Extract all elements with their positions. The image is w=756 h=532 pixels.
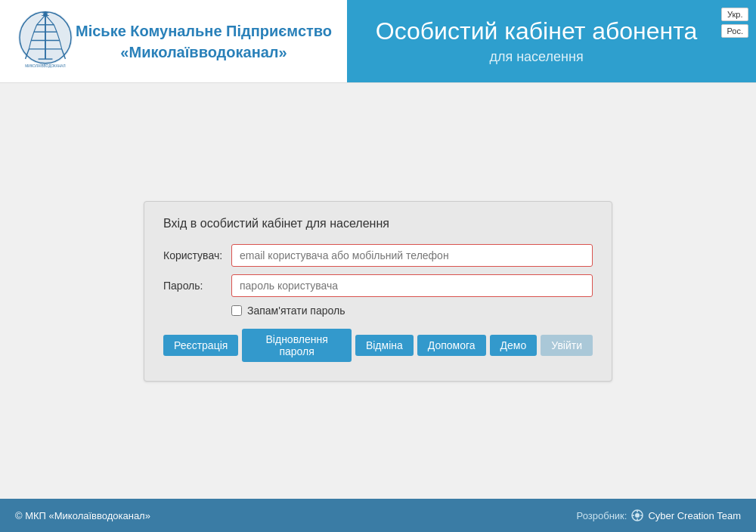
username-input[interactable]: [231, 244, 593, 267]
lang-uk-button[interactable]: Укр.: [721, 8, 748, 21]
developer-icon: [631, 509, 643, 521]
remember-row: Запам'ятати пароль: [231, 305, 593, 317]
svg-point-24: [635, 513, 640, 518]
password-label: Пароль:: [163, 280, 231, 292]
register-button[interactable]: Реєстрація: [163, 335, 238, 356]
svg-text:МИКОЛАЇВВОДОКАНАЛ: МИКОЛАЇВВОДОКАНАЛ: [25, 63, 65, 68]
header-left: МИКОЛАЇВВОДОКАНАЛ Міське Комунальне Підп…: [0, 0, 347, 82]
developer-name: Cyber Creation Team: [648, 510, 741, 521]
demo-button[interactable]: Демо: [490, 335, 538, 356]
password-row: Пароль:: [163, 274, 593, 297]
footer-copyright: © МКП «Миколаївводоканал»: [15, 510, 150, 521]
footer-developer: Розробник: Cyber Creation Team: [577, 509, 741, 521]
svg-point-19: [43, 13, 48, 17]
help-button[interactable]: Допомога: [417, 335, 486, 356]
language-switcher: Укр. Рос.: [721, 8, 748, 38]
company-logo: МИКОЛАЇВВОДОКАНАЛ: [15, 9, 76, 73]
button-row: Реєстрація Відновлення пароля Відміна До…: [163, 329, 593, 362]
cancel-button[interactable]: Відміна: [355, 335, 414, 356]
main-content: Вхід в особистий кабінет для населення К…: [0, 83, 756, 499]
lang-ru-button[interactable]: Рос.: [721, 24, 748, 38]
page-footer: © МКП «Миколаївводоканал» Розробник: Cyb…: [0, 499, 756, 532]
reset-password-button[interactable]: Відновлення пароля: [242, 329, 352, 362]
portal-title: Особистий кабінет абонента: [376, 17, 698, 45]
login-box-title: Вхід в особистий кабінет для населення: [163, 217, 593, 230]
portal-subtitle: для населення: [489, 49, 583, 65]
password-input[interactable]: [231, 274, 593, 297]
page-header: МИКОЛАЇВВОДОКАНАЛ Міське Комунальне Підп…: [0, 0, 756, 83]
remember-checkbox[interactable]: [231, 305, 242, 316]
header-right: Особистий кабінет абонента для населення…: [347, 0, 756, 82]
company-name: Міське Комунальне Підприємство «Миколаїв…: [76, 20, 332, 63]
login-button[interactable]: Увійти: [541, 335, 593, 356]
username-row: Користувач:: [163, 244, 593, 267]
developer-label: Розробник:: [577, 510, 627, 521]
login-box: Вхід в особистий кабінет для населення К…: [144, 201, 612, 382]
username-label: Користувач:: [163, 249, 231, 261]
remember-label: Запам'ятати пароль: [247, 305, 345, 317]
